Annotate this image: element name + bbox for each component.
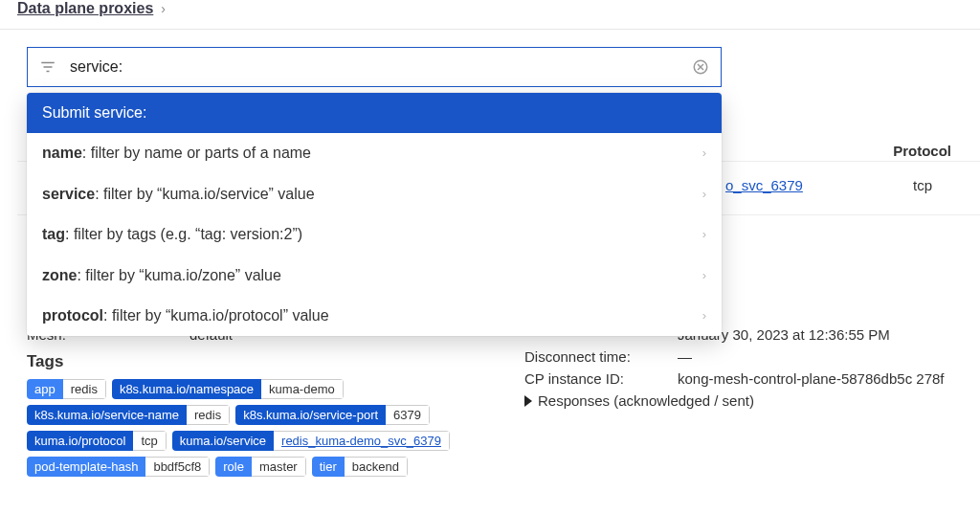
search-input[interactable] (70, 58, 692, 76)
tag-line: pod-template-hashbbdf5cf8 rolemaster tie… (27, 457, 524, 477)
tag-pair[interactable]: rolemaster (215, 457, 305, 477)
responses-expander[interactable]: Responses (acknowledged / sent) (524, 392, 980, 409)
disconnect-time-value: — (678, 348, 980, 365)
connect-time-value: January 30, 2023 at 12:36:55 PM (678, 326, 980, 343)
dropdown-item-tag[interactable]: tag: filter by tags (e.g. “tag: version:… (27, 214, 722, 255)
dropdown-item-protocol[interactable]: protocol: filter by “kuma.io/protocol” v… (27, 296, 722, 336)
tag-pair[interactable]: kuma.io/protocoltcp (27, 431, 167, 451)
chevron-right-icon: › (702, 226, 706, 243)
details-right-panel: Connect time: January 30, 2023 at 12:36:… (524, 326, 980, 482)
chevron-right-icon: › (702, 186, 706, 203)
clear-icon[interactable] (692, 58, 709, 76)
filter-search-box[interactable] (27, 47, 722, 87)
breadcrumb: Data plane proxies › (0, 0, 980, 29)
tag-line: appredis k8s.kuma.io/namespacekuma-demo (27, 379, 524, 399)
dropdown-item-zone[interactable]: zone: filter by “kuma.io/zone” value › (27, 256, 722, 296)
tags-heading: Tags (27, 352, 524, 371)
tag-line: k8s.kuma.io/service-nameredis k8s.kuma.i… (27, 405, 524, 425)
chevron-right-icon: › (702, 267, 706, 284)
filter-icon (39, 58, 56, 76)
tag-pair[interactable]: k8s.kuma.io/service-nameredis (27, 405, 230, 425)
cp-instance-label: CP instance ID: (524, 370, 678, 387)
cp-instance-value: kong-mesh-control-plane-58786db5c 278f (678, 370, 980, 387)
breadcrumb-item[interactable]: Data plane proxies (17, 0, 153, 17)
tag-line: kuma.io/protocoltcp kuma.io/serviceredis… (27, 431, 524, 451)
chevron-right-icon: › (161, 1, 166, 16)
filter-suggestions-dropdown: Submit service: name: filter by name or … (27, 93, 722, 336)
dropdown-item-name[interactable]: name: filter by name or parts of a name … (27, 133, 722, 173)
details-left-panel: Mesh: default Tags appredis k8s.kuma.io/… (17, 326, 524, 482)
tag-pair[interactable]: k8s.kuma.io/namespacekuma-demo (112, 379, 344, 399)
tag-pair[interactable]: pod-template-hashbbdf5cf8 (27, 457, 210, 477)
dropdown-submit-text: Submit service: (42, 102, 146, 123)
service-link[interactable]: o_svc_6379 (725, 177, 803, 193)
disconnect-time-label: Disconnect time: (524, 348, 678, 365)
col-protocol-header: Protocol (893, 143, 951, 159)
dropdown-item-submit[interactable]: Submit service: (27, 93, 722, 133)
tag-pair[interactable]: tierbackend (312, 457, 408, 477)
dropdown-item-service[interactable]: service: filter by “kuma.io/service” val… (27, 174, 722, 214)
protocol-cell: tcp (913, 177, 932, 193)
responses-label: Responses (acknowledged / sent) (538, 392, 754, 409)
tag-pair[interactable]: k8s.kuma.io/service-port6379 (235, 405, 430, 425)
triangle-right-icon (524, 395, 532, 407)
chevron-right-icon: › (702, 145, 706, 162)
tag-pair[interactable]: appredis (27, 379, 106, 399)
tag-pair[interactable]: kuma.io/serviceredis_kuma-demo_svc_6379 (172, 431, 450, 451)
chevron-right-icon: › (702, 307, 706, 324)
